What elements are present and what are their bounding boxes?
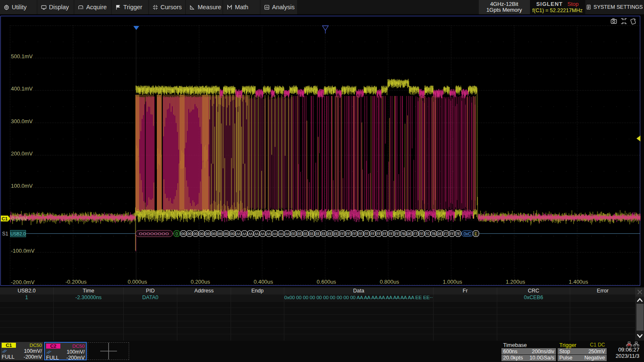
svg-text:EE: EE (322, 232, 326, 236)
svg-text:1.000us: 1.000us (443, 279, 462, 285)
svg-text:0.800us: 0.800us (380, 279, 400, 285)
svg-text:AA: AA (261, 232, 265, 236)
svg-text:00: 00 (181, 232, 185, 236)
svg-text:S1: S1 (2, 231, 8, 237)
svg-text:00: 00 (212, 232, 216, 236)
svg-text:7B: 7B (431, 232, 436, 236)
svg-text:0: 0 (176, 232, 178, 236)
svg-text:AA: AA (279, 232, 283, 236)
svg-text:7E: 7E (456, 232, 460, 236)
svg-text:300.0mV: 300.0mV (11, 118, 33, 124)
svg-text:AA: AA (273, 232, 277, 236)
svg-text:FF: FF (352, 232, 356, 236)
svg-text:AA: AA (285, 232, 289, 236)
svg-text:0.400us: 0.400us (254, 279, 273, 285)
svg-text:FF: FF (346, 232, 350, 236)
svg-text:FF: FF (395, 232, 399, 236)
svg-text:500.1mV: 500.1mV (11, 53, 33, 59)
svg-text:00: 00 (230, 232, 234, 236)
svg-text:0.600us: 0.600us (317, 279, 336, 285)
svg-text:FF: FF (364, 232, 369, 236)
svg-text:00000000: 00000000 (139, 232, 169, 236)
svg-text:FF: FF (419, 232, 423, 236)
svg-text:AA: AA (236, 232, 240, 236)
svg-text:-100.0mV: -100.0mV (11, 248, 35, 254)
svg-text:200.0mV: 200.0mV (11, 150, 33, 157)
svg-text:EE: EE (304, 232, 308, 236)
svg-text:7B: 7B (401, 232, 405, 236)
svg-text:1.400us: 1.400us (569, 279, 589, 285)
svg-text:400.1mV: 400.1mV (11, 85, 33, 92)
svg-text:EE: EE (328, 232, 332, 236)
svg-text:EE: EE (334, 232, 338, 236)
svg-text:FF: FF (377, 232, 381, 236)
svg-text:F7: F7 (413, 232, 418, 236)
svg-text:-0.200us: -0.200us (65, 279, 87, 285)
svg-text:1.200us: 1.200us (506, 279, 525, 285)
svg-text:EE: EE (316, 232, 320, 236)
svg-text:C1: C1 (2, 216, 8, 221)
svg-text:-200.0mV: -200.0mV (11, 279, 35, 285)
svg-text:0.000us: 0.000us (127, 279, 147, 285)
svg-text:E: E (475, 232, 478, 236)
svg-text:EE: EE (309, 232, 314, 236)
svg-text:FC: FC (426, 232, 430, 236)
svg-text:00: 00 (187, 232, 192, 236)
svg-text:FF: FF (371, 232, 375, 236)
svg-text:AA: AA (267, 232, 271, 236)
svg-text:0.200us: 0.200us (191, 279, 210, 285)
svg-text:FF: FF (340, 232, 344, 236)
svg-text:F7: F7 (444, 232, 448, 236)
svg-text:0.0mV: 0.0mV (11, 215, 27, 222)
svg-text:EE: EE (291, 232, 295, 236)
svg-text:AA: AA (242, 232, 247, 236)
svg-text:FF: FF (358, 232, 363, 236)
svg-text:00: 00 (206, 232, 210, 236)
svg-text:DE: DE (438, 232, 442, 236)
svg-text:FF: FF (450, 232, 454, 236)
svg-text:DE: DE (407, 232, 411, 236)
svg-text:00: 00 (224, 232, 228, 236)
svg-text:FF: FF (383, 232, 387, 236)
svg-text:100.0mV: 100.0mV (11, 183, 33, 189)
svg-text:AA: AA (249, 232, 253, 236)
svg-text:AA: AA (254, 232, 259, 236)
svg-text:00: 00 (193, 232, 197, 236)
svg-text:USB2.0: USB2.0 (10, 231, 26, 236)
svg-text:00: 00 (218, 232, 222, 236)
svg-text:0xC: 0xC (464, 232, 471, 236)
svg-text:00: 00 (200, 232, 204, 236)
svg-text:EE: EE (297, 232, 301, 236)
svg-text:FF: FF (389, 232, 393, 236)
